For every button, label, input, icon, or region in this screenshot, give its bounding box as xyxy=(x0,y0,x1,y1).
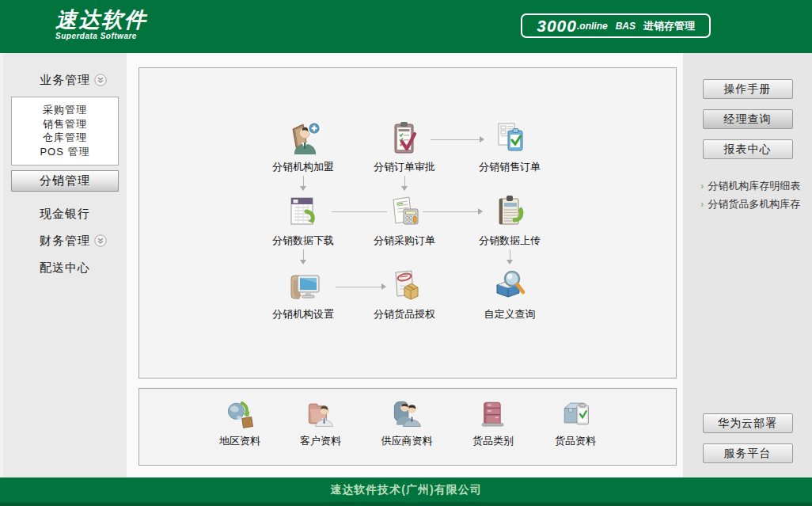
sidebar-item-pos[interactable]: POS 管理 xyxy=(12,145,118,159)
sidebar-item-cash-bank[interactable]: 现金银行 xyxy=(40,206,127,222)
purchase-order-icon xyxy=(385,192,423,230)
link-org-stock-detail[interactable]: › 分销机构库存明细表 xyxy=(683,177,812,195)
member-join-icon xyxy=(284,119,322,157)
org-settings-icon xyxy=(284,266,322,304)
flow-item-custom-query[interactable]: 自定义查询 xyxy=(462,266,557,321)
flow-arrowhead xyxy=(300,260,306,264)
flow-item-data-upload[interactable]: 分销数据上传 xyxy=(462,192,557,248)
flow-item-sales-order[interactable]: 分销销售订单 xyxy=(462,119,557,174)
flow-item-label: 分销数据下载 xyxy=(272,234,334,248)
flow-item-label: 自定义查询 xyxy=(484,307,536,321)
sidebar-item-label: 财务管理 xyxy=(40,234,90,249)
chevron-double-down-icon xyxy=(94,74,107,86)
flow-item-data-download[interactable]: 分销数据下载 xyxy=(256,192,351,248)
flow-connector xyxy=(431,139,480,140)
sidebar-item-purchase[interactable]: 采购管理 xyxy=(12,103,118,117)
report-links: › 分销机构库存明细表 › 分销货品多机构库存 xyxy=(683,177,812,213)
chevron-double-down-icon xyxy=(94,234,107,247)
header: 速达软件 Superdata Software 3000 .online BAS… xyxy=(0,0,812,53)
order-approve-icon xyxy=(385,119,423,157)
base-item-region[interactable]: 地区资料 xyxy=(196,396,283,448)
flow-item-label: 分销机构设置 xyxy=(272,307,334,321)
flow-arrowhead xyxy=(478,208,483,215)
badge-online-label: .online xyxy=(577,21,608,32)
sales-order-icon xyxy=(491,119,529,157)
base-data-panel: 地区资料 客户资料 xyxy=(138,388,677,466)
region-data-icon xyxy=(222,396,257,431)
badge-suite-label: 进销存管理 xyxy=(643,19,695,33)
flow-connector xyxy=(303,249,304,260)
right-sidebar: 操作手册 经理查询 报表中心 › 分销机构库存明细表 › 分销货品多机构库存 华… xyxy=(683,53,812,477)
footer: 速达软件技术(广州)有限公司 xyxy=(0,477,812,506)
flow-connector xyxy=(303,176,304,186)
left-sidebar: 业务管理 采购管理 销售管理 仓库管理 POS 管理 分销管理 现金银行 财务管… xyxy=(0,53,127,477)
logo-subtitle: Superdata Software xyxy=(55,32,147,40)
customer-data-icon xyxy=(303,396,338,431)
flow-item-label: 分销采购订单 xyxy=(374,234,435,248)
base-item-customer[interactable]: 客户资料 xyxy=(277,396,364,448)
base-item-label: 地区资料 xyxy=(219,434,260,448)
flow-item-goods-authorize[interactable]: 分销货品授权 xyxy=(357,266,452,321)
flow-item-org-settings[interactable]: 分销机构设置 xyxy=(256,266,351,321)
flow-arrowhead xyxy=(401,186,408,191)
base-item-label: 货品资料 xyxy=(555,434,596,448)
flow-connector xyxy=(510,249,510,260)
sidebar-item-business[interactable]: 业务管理 xyxy=(40,72,127,88)
huawei-cloud-button[interactable]: 华为云部署 xyxy=(703,413,793,433)
flow-item-label: 分销订单审批 xyxy=(374,160,435,174)
report-center-button[interactable]: 报表中心 xyxy=(703,139,793,159)
logo-title: 速达软件 xyxy=(55,9,147,31)
data-upload-icon xyxy=(491,192,529,230)
flow-connector xyxy=(336,287,381,287)
badge-product-number: 3000 xyxy=(537,17,577,36)
manual-button[interactable]: 操作手册 xyxy=(703,79,793,99)
base-item-goods-category[interactable]: 货品类别 xyxy=(450,396,537,448)
base-item-goods-data[interactable]: 货品资料 xyxy=(532,396,619,448)
sidebar-item-warehouse[interactable]: 仓库管理 xyxy=(12,131,118,145)
base-item-label: 客户资料 xyxy=(300,434,341,448)
sidebar-item-finance[interactable]: 财务管理 xyxy=(40,233,127,249)
link-label: 分销货品多机构库存 xyxy=(708,197,800,211)
flow-item-label: 分销货品授权 xyxy=(374,307,435,321)
manager-query-button[interactable]: 经理查询 xyxy=(703,109,793,129)
body: 业务管理 采购管理 销售管理 仓库管理 POS 管理 分销管理 现金银行 财务管… xyxy=(0,53,812,477)
flow-connector xyxy=(332,211,387,212)
chevron-right-icon: › xyxy=(700,180,704,192)
goods-category-icon xyxy=(476,396,510,431)
link-label: 分销机构库存明细表 xyxy=(708,179,800,193)
flow-item-purchase-order[interactable]: 分销采购订单 xyxy=(357,192,452,248)
sidebar-item-sales[interactable]: 销售管理 xyxy=(12,117,118,131)
sidebar-item-distribution-selected[interactable]: 分销管理 xyxy=(11,170,119,192)
service-platform-button[interactable]: 服务平台 xyxy=(703,443,793,463)
business-submenu: 采购管理 销售管理 仓库管理 POS 管理 xyxy=(11,97,119,165)
logo: 速达软件 Superdata Software xyxy=(55,9,147,40)
flow-item-order-approve[interactable]: 分销订单审批 xyxy=(357,119,452,174)
badge-bas-label: BAS xyxy=(616,21,636,32)
flow-arrowhead xyxy=(300,186,306,191)
base-item-supplier[interactable]: 供应商资料 xyxy=(363,396,450,448)
product-badge: 3000 .online BAS 进销存管理 xyxy=(521,13,711,38)
link-goods-multi-org-stock[interactable]: › 分销货品多机构库存 xyxy=(683,195,812,213)
base-item-label: 供应商资料 xyxy=(381,434,433,448)
goods-authorize-icon xyxy=(385,266,423,304)
base-item-label: 货品类别 xyxy=(472,434,514,448)
flow-arrowhead xyxy=(480,136,484,143)
app-window: 速达软件 Superdata Software 3000 .online BAS… xyxy=(0,0,812,506)
custom-query-icon xyxy=(491,266,529,304)
chevron-right-icon: › xyxy=(700,198,704,210)
footer-company-text: 速达软件技术(广州)有限公司 xyxy=(330,483,481,497)
flow-item-label: 分销数据上传 xyxy=(479,234,541,248)
flow-item-member-join[interactable]: 分销机构加盟 xyxy=(256,119,351,174)
sidebar-item-delivery[interactable]: 配送中心 xyxy=(40,260,127,276)
flow-arrowhead xyxy=(381,283,386,290)
sidebar-item-label: 业务管理 xyxy=(40,73,90,88)
flow-item-label: 分销机构加盟 xyxy=(272,160,334,174)
main-content: 分销机构加盟 xyxy=(127,53,683,477)
distribution-flow-panel: 分销机构加盟 xyxy=(138,67,677,379)
bottom-buttons: 华为云部署 服务平台 xyxy=(703,413,793,463)
sidebar-item-label: 配送中心 xyxy=(40,261,90,276)
sidebar-item-label: 现金银行 xyxy=(40,207,90,222)
flow-arrowhead xyxy=(507,260,513,264)
goods-data-icon xyxy=(558,396,593,431)
data-download-icon xyxy=(284,192,322,230)
